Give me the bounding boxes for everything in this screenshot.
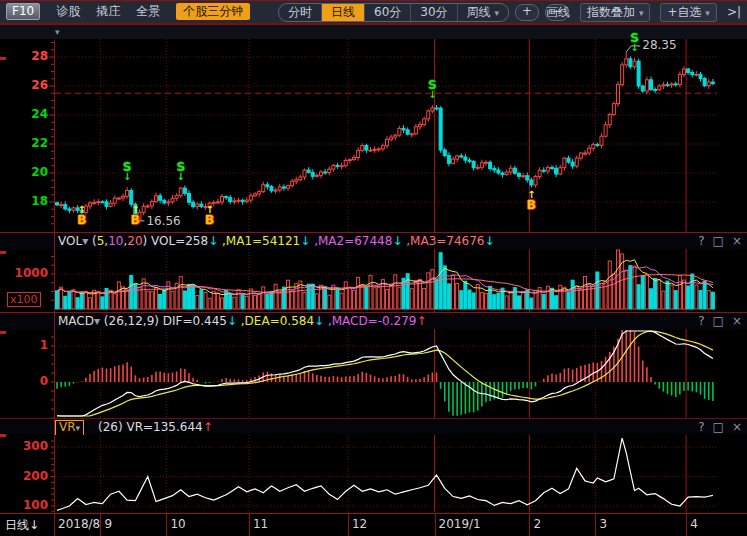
period-pill-group: 分时 日线 60分 30分 周线 ▾ [278,3,509,22]
volume-plot[interactable] [0,249,747,312]
header-text: ↑ [416,314,426,328]
toolbar-right-group: 画线 指数叠加 ▾ +自选 ▾ >| [546,3,741,22]
header-text: ↓ [392,234,402,248]
help-icon[interactable]: ? [698,234,704,248]
header-text: ↓ [208,234,218,248]
diagnose-stock-button[interactable]: 诊股 [56,3,80,20]
header-text: ,MA3=74676 [402,234,484,248]
vr-window-icons: ?□× [690,419,742,435]
panel-splitter-mark [0,331,6,334]
vr-indicator-selector[interactable]: VR▾ [55,420,84,436]
vr-header-values: (26) VR=135.644↑ [98,419,213,435]
kline-toolbar-strip: ▾ [0,25,747,40]
tab-60min[interactable]: 60分 [364,4,410,21]
tab-30min[interactable]: 30分 [410,4,456,21]
macd-dropdown-arrow[interactable]: ▾ [94,314,104,328]
f10-button[interactable]: F10 [6,3,40,20]
axis-month-label: 12 [352,517,367,531]
axis-month-label: 4 [690,517,698,531]
toolbar-left-group: F10 诊股 撬庄 全景 个股三分钟 [6,3,250,20]
axis-tick-line [595,514,596,536]
panel-splitter-mark [0,251,6,254]
tab-timeline[interactable]: 分时 [279,4,321,21]
header-text: ,MACD=-0.279 [324,314,416,328]
axis-month-label: 3 [599,517,607,531]
period-switcher: 分时 日线 60分 30分 周线 ▾ + − [278,3,569,22]
panel-splitter-mark [0,57,6,60]
axis-tick-line [100,514,101,536]
draw-line-button[interactable]: 画线 [546,4,570,21]
track-banker-button[interactable]: 撬庄 [96,3,120,20]
vol-window-icons: ?□× [690,233,742,249]
vr-plot[interactable] [0,435,747,512]
top-toolbar: F10 诊股 撬庄 全景 个股三分钟 分时 日线 60分 30分 周线 ▾ + … [0,1,747,25]
header-text: VOL=258 [151,234,208,248]
header-text: ,MA1=54121 [218,234,300,248]
panorama-button[interactable]: 全景 [136,3,160,20]
header-text: (26) VR=135.644 [98,420,203,434]
axis-tick-line [348,514,349,536]
macd-panel-header: MACD▾ (26,12,9) DIF=0.445↓ ,DEA=0.584↓ ,… [0,313,747,329]
chevron-down-icon: ▾ [705,8,710,18]
header-text: (26,12,9) [104,314,163,328]
header-text: ↓ [314,314,324,328]
kline-plot[interactable] [0,39,747,232]
chevron-down-icon: ▾ [494,8,499,18]
macd-indicator-label[interactable]: MACD [58,314,94,328]
axis-tick-line [686,514,687,536]
collapse-panel-icon[interactable]: >| [727,4,741,21]
maximize-icon[interactable]: □ [713,420,724,434]
add-watchlist-dropdown[interactable]: +自选 ▾ [660,3,716,22]
tab-daily[interactable]: 日线 [321,4,364,21]
zoom-in-button[interactable]: + [515,4,539,21]
help-icon[interactable]: ? [698,314,704,328]
axis-tick-line [54,514,55,536]
help-icon[interactable]: ? [698,420,704,434]
axis-month-label: 2 [533,517,541,531]
close-icon[interactable]: × [732,234,742,248]
chevron-down-icon: ▾ [76,423,81,433]
vol-dropdown-arrow[interactable]: ▾ [82,234,92,248]
axis-month-label: 2019/1 [439,517,481,531]
stock-3min-button[interactable]: 个股三分钟 [176,3,250,20]
stock-chart-app: F10 诊股 撬庄 全景 个股三分钟 分时 日线 60分 30分 周线 ▾ + … [0,0,747,536]
header-text: 20 [127,234,142,248]
y-axis-line [54,40,55,512]
macd-window-icons: ?□× [690,313,742,329]
header-text: ,MA2=67448 [310,234,392,248]
vr-panel-header: VR▾ (26) VR=135.644↑ ?□× [0,419,747,434]
period-indicator[interactable]: 日线↓ [5,517,39,534]
vol-indicator-label[interactable]: VOL [58,234,82,248]
vol-header-values: VOL▾ (5,10,20) VOL=258↓ ,MA1=54121↓ ,MA2… [58,233,495,249]
chevron-down-icon: ▾ [639,8,644,18]
axis-month-label: 9 [104,517,112,531]
header-text: ↓ [485,234,495,248]
header-text: DIF=0.445 [163,314,227,328]
axis-tick-line [249,514,250,536]
maximize-icon[interactable]: □ [713,314,724,328]
axis-month-label: 10 [170,517,185,531]
maximize-icon[interactable]: □ [713,234,724,248]
tab-weekly[interactable]: 周线 ▾ [457,4,508,21]
axis-tick-line [435,514,436,536]
kline-indicator-dropdown-icon[interactable]: ▾ [55,27,60,37]
close-icon[interactable]: × [732,314,742,328]
header-text: ↓ [227,314,237,328]
panel-splitter-mark [0,434,6,437]
header-text: ,DEA=0.584 [237,314,314,328]
axis-tick-line [166,514,167,536]
axis-tick-line [529,514,530,536]
header-text: ↑ [203,420,213,434]
macd-plot[interactable] [0,329,747,418]
time-axis: 日线↓ 2018/891011122019/1234 [0,513,747,536]
vol-panel-header: VOL▾ (5,10,20) VOL=258↓ ,MA1=54121↓ ,MA2… [0,233,747,249]
macd-header-values: MACD▾ (26,12,9) DIF=0.445↓ ,DEA=0.584↓ ,… [58,313,427,329]
close-icon[interactable]: × [732,420,742,434]
axis-month-label: 11 [253,517,268,531]
header-text: ) [143,234,152,248]
header-text: 10 [108,234,123,248]
index-overlay-dropdown[interactable]: 指数叠加 ▾ [580,3,650,22]
header-text: ↓ [300,234,310,248]
axis-month-label: 2018/8 [58,517,100,531]
